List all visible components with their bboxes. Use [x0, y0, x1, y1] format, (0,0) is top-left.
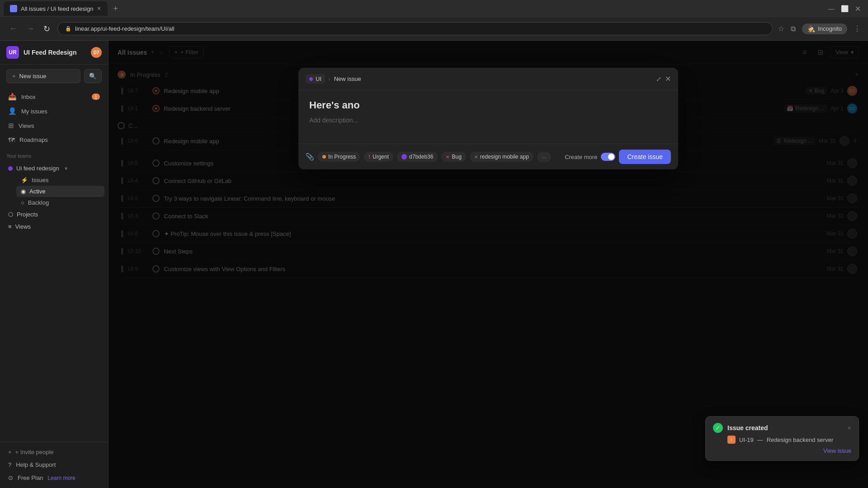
lock-icon: 🔒	[65, 26, 71, 32]
forward-button[interactable]: →	[24, 22, 36, 35]
modal-body: Add description...	[298, 90, 678, 144]
bookmark-icon[interactable]: ☆	[778, 24, 784, 33]
search-icon: 🔍	[89, 73, 97, 80]
issue-description-placeholder[interactable]: Add description...	[309, 117, 667, 124]
subnav-active[interactable]: ◉ Active	[16, 186, 104, 197]
projects-item[interactable]: ⬡ Projects	[4, 208, 104, 221]
more-tags-button[interactable]: ···	[537, 152, 551, 162]
assignee-tag[interactable]: d7bdeb36	[397, 152, 438, 162]
team-name: Ui feed redesign	[16, 165, 59, 172]
search-button[interactable]: 🔍	[84, 69, 102, 83]
refresh-button[interactable]: ↻	[42, 22, 52, 36]
label-tag[interactable]: ✕ Bug	[441, 152, 466, 162]
roadmaps-icon: 🗺	[8, 136, 15, 144]
sidebar-header: UR UI Feed Redesign D7	[0, 41, 108, 65]
tab-close-button[interactable]: ✕	[97, 5, 101, 12]
toast-dash: —	[757, 436, 763, 443]
menu-icon[interactable]: ⋮	[854, 24, 861, 33]
team-pill[interactable]: UI	[306, 74, 325, 84]
help-support-item[interactable]: ? Help & Support	[4, 458, 104, 471]
subnav-backlog[interactable]: ○ Backlog	[16, 197, 104, 208]
team-arrow-icon: ▼	[64, 166, 69, 171]
modal-breadcrumb: New issue	[334, 75, 361, 82]
assignee-tag-label: d7bdeb36	[409, 154, 433, 160]
toast-issue-title: Redesign backend server	[767, 436, 833, 443]
sidebar: UR UI Feed Redesign D7 + New issue 🔍 📥 I…	[0, 41, 108, 488]
views-item[interactable]: ≡ Views	[4, 221, 104, 233]
active-tab[interactable]: All issues / Ui feed redesign ✕	[4, 1, 108, 16]
team-item[interactable]: Ui feed redesign ▼	[4, 162, 104, 174]
active-label: Active	[29, 188, 45, 195]
assignee-tag-dot	[401, 154, 407, 160]
cycle-tag-icon: ✕	[474, 155, 478, 160]
browser-nav-actions: ☆ ⧉ 🕵 Incognito ⋮	[778, 23, 861, 34]
back-button[interactable]: ←	[7, 22, 19, 35]
status-tag[interactable]: In Progress	[318, 152, 360, 162]
view-issue-link[interactable]: View issue	[823, 447, 851, 454]
modal-actions: ⤢ ✕	[656, 75, 671, 83]
incognito-icon: 🕵	[807, 25, 815, 33]
cycle-tag-label: redesign mobile app	[480, 154, 529, 160]
help-label: Help & Support	[16, 461, 56, 468]
backlog-label: Backlog	[28, 199, 49, 206]
inbox-icon: 📥	[8, 93, 17, 101]
new-tab-button[interactable]: +	[109, 4, 122, 14]
team-pill-dot	[309, 77, 313, 81]
sidebar-item-inbox[interactable]: 📥 Inbox 1	[4, 89, 104, 104]
issue-title-input[interactable]	[309, 99, 667, 111]
create-more-toggle-switch[interactable]	[601, 153, 615, 161]
views-icon: ⊞	[8, 122, 14, 130]
close-window-button[interactable]: ✕	[855, 5, 861, 13]
sidebar-item-views[interactable]: ⊞ Views	[4, 118, 104, 133]
invite-label: + Invite people	[15, 449, 54, 455]
extensions-icon[interactable]: ⧉	[791, 25, 796, 33]
invite-button[interactable]: + + Invite people	[4, 446, 104, 458]
toast-issue-id: UI-19	[739, 436, 754, 443]
label-tag-label: Bug	[452, 154, 461, 160]
toast-check-icon: ✓	[713, 423, 723, 433]
your-teams-label: Your teams	[0, 149, 108, 160]
priority-tag[interactable]: ! Urgent	[364, 152, 393, 162]
toast-footer: View issue	[713, 444, 851, 454]
minimize-button[interactable]: —	[828, 5, 835, 12]
toast-close-button[interactable]: ×	[848, 424, 851, 432]
issues-label: Issues	[32, 177, 49, 183]
incognito-button[interactable]: 🕵 Incognito	[802, 23, 847, 34]
member-avatar: D7	[91, 47, 102, 58]
projects-label: Projects	[17, 211, 38, 218]
browser-chrome: All issues / Ui feed redesign ✕ + — ⬜ ✕ …	[0, 0, 868, 41]
workspace-avatar: UR	[6, 46, 19, 59]
team-nav: Ui feed redesign ▼ ⚡ Issues ◉ Active ○ B…	[0, 160, 108, 235]
expand-icon[interactable]: ⤢	[656, 75, 661, 83]
projects-icon: ⬡	[8, 211, 13, 218]
create-issue-button[interactable]: Create issue	[619, 150, 671, 164]
modal-close-button[interactable]: ✕	[665, 75, 671, 83]
views-label: Views	[19, 122, 34, 129]
tab-favicon	[10, 5, 17, 12]
toast-title: Issue created	[727, 424, 843, 432]
plus-icon: +	[12, 73, 16, 80]
sidebar-footer: + + Invite people ? Help & Support ⊙ Fre…	[0, 442, 108, 488]
create-more-label: Create more	[565, 154, 597, 160]
bug-tag-icon: ✕	[446, 155, 449, 160]
sidebar-nav: 📥 Inbox 1 👤 My issues ⊞ Views 🗺 Roadmaps	[0, 88, 108, 149]
team-subnav: ⚡ Issues ◉ Active ○ Backlog	[4, 174, 104, 208]
status-tag-label: In Progress	[328, 154, 356, 160]
learn-more-link[interactable]: Learn more	[47, 475, 75, 481]
modal-footer: 📎 In Progress ! Urgent d7bdeb36 ✕ Bug ✕ …	[298, 144, 678, 169]
sidebar-actions: + New issue 🔍	[0, 65, 108, 88]
create-more-toggle: Create more	[565, 153, 615, 161]
create-issue-modal: UI › New issue ⤢ ✕ Add description... 📎 …	[298, 68, 678, 169]
plan-label: Free Plan	[18, 474, 43, 481]
address-bar[interactable]: 🔒 linear.app/ui-feed-redesign/team/UI/al…	[57, 22, 773, 35]
views-label2: Views	[15, 223, 31, 230]
cycle-tag[interactable]: ✕ redesign mobile app	[470, 152, 533, 162]
modal-header: UI › New issue ⤢ ✕	[298, 68, 678, 90]
new-issue-button[interactable]: + New issue	[6, 69, 80, 83]
toast-body: ! UI-19 — Redesign backend server	[713, 436, 851, 444]
maximize-button[interactable]: ⬜	[841, 5, 849, 12]
sidebar-item-my-issues[interactable]: 👤 My issues	[4, 104, 104, 118]
sidebar-item-roadmaps[interactable]: 🗺 Roadmaps	[4, 133, 104, 147]
subnav-issues[interactable]: ⚡ Issues	[16, 174, 104, 186]
attach-button[interactable]: 📎	[306, 153, 314, 161]
